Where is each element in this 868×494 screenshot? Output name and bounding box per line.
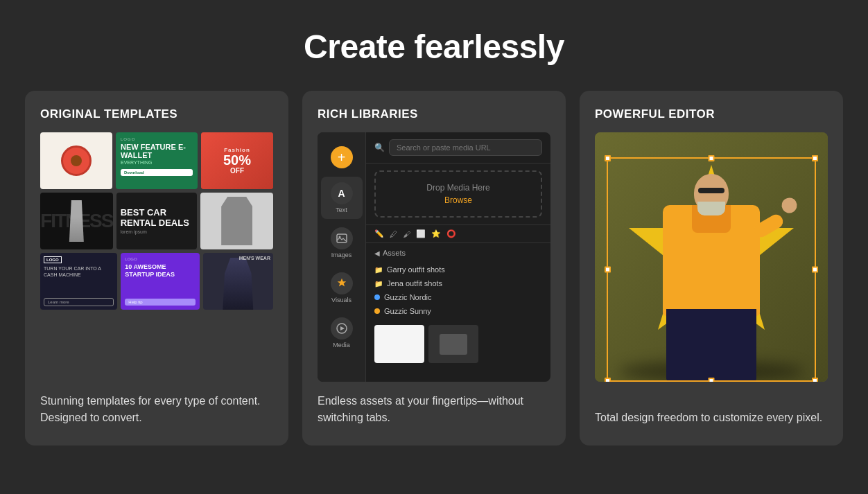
add-icon: + [331, 146, 353, 168]
search-input[interactable]: Search or paste media URL [389, 139, 542, 156]
pen-icon[interactable]: ✏️ [374, 229, 384, 238]
startup-btn[interactable]: Help tip [125, 299, 195, 306]
startup-title: 10 AWESOME STARTUP IDEAS [125, 263, 195, 279]
assets-header: ◀ Assets [374, 249, 542, 257]
visuals-icon [331, 272, 353, 294]
coffee-icon [61, 145, 92, 176]
template-car-rental[interactable]: BEST CAR RENTAL DEALS lorem ipsum [116, 193, 198, 249]
handle-bottom-center[interactable] [709, 378, 715, 382]
original-templates-title: ORIGINAL TEMPLATES [40, 107, 273, 121]
original-templates-card: ORIGINAL TEMPLATES LOGO NEW FEATURE E-WA… [25, 91, 288, 446]
text-icon: A [331, 182, 353, 204]
rich-libraries-title: RICH LIBRARIES [318, 107, 550, 121]
rich-libraries-description: Endless assets at your fingertips—withou… [318, 382, 550, 426]
visuals-tool[interactable]: Visuals [321, 267, 363, 309]
brand-sunny-label: Guzzic Sunny [384, 307, 431, 315]
drop-zone: Drop Media Here Browse [374, 170, 542, 218]
handle-top-center[interactable] [709, 155, 715, 161]
template-row-2: FITNESS BEST CAR RENTAL DEALS lorem ipsu… [40, 193, 273, 249]
drop-zone-text: Drop Media Here [426, 183, 489, 193]
thumbnail-2[interactable] [428, 325, 478, 363]
cards-container: ORIGINAL TEMPLATES LOGO NEW FEATURE E-WA… [25, 91, 843, 446]
editor-search-bar[interactable]: 🔍 Search or paste media URL [366, 132, 550, 164]
thumb-inner [440, 334, 467, 355]
handle-top-right[interactable] [812, 155, 818, 161]
svg-rect-0 [337, 234, 347, 242]
selection-box [607, 157, 816, 382]
folder-garry-label: Garry outfit shots [387, 265, 445, 274]
circle-icon[interactable]: ⭕ [446, 229, 456, 238]
thumbnails-row [374, 325, 542, 363]
car-btn[interactable]: Learn more [44, 298, 114, 306]
text-tool[interactable]: A Text [321, 177, 363, 219]
car-sub: lorem ipsum [121, 229, 193, 234]
media-tool[interactable]: Media [321, 312, 363, 354]
media-tool-label: Media [333, 342, 350, 349]
template-logo-car[interactable]: LOGO TURN YOUR CAR INTO A CASH MACHINE L… [40, 253, 117, 310]
images-icon [331, 227, 353, 249]
template-fitness[interactable]: FITNESS [40, 193, 113, 249]
editor-preview [595, 132, 828, 382]
template-mens-wear[interactable]: MEN'S WEAR [203, 253, 273, 310]
folder-jena[interactable]: 📁 Jena outfit shots [374, 276, 542, 290]
template-ewallet[interactable]: LOGO NEW FEATURE E-WALLET EVERYTHING Dow… [116, 132, 198, 189]
shape-icon[interactable]: ⬜ [416, 229, 426, 238]
assets-section: ◀ Assets 📁 Garry outfit shots 📁 Jena out… [366, 243, 550, 382]
assets-arrow: ◀ [374, 249, 380, 257]
rich-libraries-card: RICH LIBRARIES + A Text [302, 91, 566, 446]
brush-icon[interactable]: 🖌 [403, 230, 410, 238]
template-row-1: LOGO NEW FEATURE E-WALLET EVERYTHING Dow… [40, 132, 273, 189]
ewallet-btn[interactable]: Download [121, 169, 193, 176]
handle-bottom-right[interactable] [812, 378, 818, 382]
folder-icon-2: 📁 [374, 280, 383, 288]
handle-bottom-left[interactable] [605, 378, 611, 382]
template-row-3: LOGO TURN YOUR CAR INTO A CASH MACHINE L… [40, 253, 273, 310]
powerful-editor-card: POWERFUL EDITOR [580, 91, 843, 446]
visuals-tool-label: Visuals [331, 297, 351, 303]
templates-grid: LOGO NEW FEATURE E-WALLET EVERYTHING Dow… [40, 132, 273, 310]
car-tagline: TURN YOUR CAR INTO A CASH MACHINE [44, 265, 114, 278]
images-tool[interactable]: Images [321, 222, 363, 264]
browse-button[interactable]: Browse [444, 195, 472, 205]
search-icon: 🔍 [374, 143, 385, 152]
hoodie-shape [221, 197, 252, 245]
editor-sidebar: + A Text Images [318, 132, 366, 382]
images-tool-label: Images [331, 252, 352, 258]
editor-toolbar: ✏️ 🖊 🖌 ⬜ ⭐ ⭕ [366, 224, 550, 243]
ewallet-logo: LOGO [121, 137, 193, 141]
powerful-editor-title: POWERFUL EDITOR [595, 107, 828, 121]
template-startup[interactable]: LOGO 10 AWESOME STARTUP IDEAS Help tip [121, 253, 199, 310]
logo-badge: LOGO [44, 256, 62, 263]
nordic-dot [374, 294, 380, 300]
startup-logo: LOGO [125, 257, 195, 261]
mens-wear-text: MEN'S WEAR [239, 256, 270, 261]
add-tool[interactable]: + [321, 141, 363, 174]
powerful-editor-description: Total design freedom to customize every … [595, 398, 828, 426]
brand-nordic[interactable]: Guzzic Nordic [374, 290, 542, 304]
car-title: BEST CAR RENTAL DEALS [121, 208, 193, 228]
handle-top-left[interactable] [605, 155, 611, 161]
search-placeholder: Search or paste media URL [397, 143, 491, 152]
template-hoodie[interactable] [200, 193, 273, 249]
sunny-dot [374, 308, 380, 314]
editor-main-panel: 🔍 Search or paste media URL Drop Media H… [366, 132, 550, 382]
fashion-percent: 50% [223, 153, 251, 167]
text-tool-label: Text [336, 206, 347, 213]
editor-mockup: + A Text Images [318, 132, 550, 382]
fashion-off: OFF [230, 167, 244, 175]
thumbnail-1[interactable] [374, 325, 424, 363]
template-coffee[interactable] [40, 132, 112, 189]
brand-nordic-label: Guzzic Nordic [384, 293, 431, 301]
media-icon [331, 317, 353, 339]
template-fashion[interactable]: Fashion 50% OFF [201, 132, 273, 189]
handle-mid-left[interactable] [605, 267, 611, 273]
ewallet-title: NEW FEATURE E-WALLET [121, 143, 193, 159]
page-title: Create fearlessly [304, 28, 564, 66]
star-icon[interactable]: ⭐ [431, 229, 441, 238]
handle-mid-right[interactable] [812, 267, 818, 273]
eraser-icon[interactable]: 🖊 [390, 230, 397, 238]
brand-sunny[interactable]: Guzzic Sunny [374, 304, 542, 318]
assets-label: Assets [383, 249, 406, 257]
original-templates-description: Stunning templates for every type of con… [40, 382, 273, 426]
folder-garry[interactable]: 📁 Garry outfit shots [374, 263, 542, 276]
